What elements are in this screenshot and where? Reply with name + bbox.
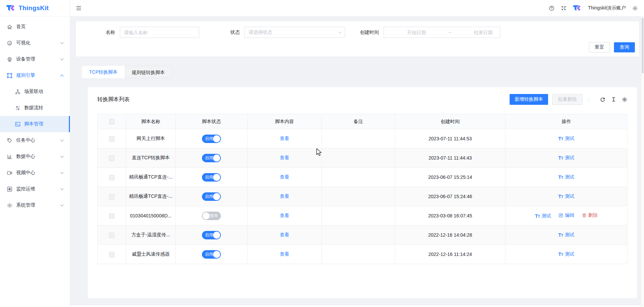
account-name[interactable]: Thingskit演示账户 [588, 5, 626, 11]
test-action[interactable]: 测试 [558, 155, 574, 161]
scrollbar[interactable] [641, 17, 644, 307]
select-all-checkbox[interactable] [109, 119, 114, 124]
status-select-placeholder: 请选择状态 [249, 29, 272, 36]
sidebar-item-label: 视频中心 [16, 170, 35, 176]
remark-cell [322, 245, 395, 264]
column-settings-gear-icon[interactable] [622, 97, 627, 102]
date-range-picker[interactable]: ~ [384, 27, 500, 38]
bar-chart-icon [7, 154, 12, 160]
sidebar-item-system-manage[interactable]: 系统管理 [0, 197, 70, 213]
sidebar-item-monitor-ops[interactable]: 监控运维 [0, 181, 70, 197]
table-row: 网关上行脚本 启用 查看 2023-07-11 11:44:53 测试 [98, 129, 627, 148]
remark-cell [322, 187, 395, 206]
created-time: 2023-07-11 11:44:43 [395, 148, 506, 168]
status-toggle[interactable]: 启用 [202, 173, 221, 182]
tab-tcp-script[interactable]: TCP转换脚本 [82, 66, 125, 78]
view-link[interactable]: 查看 [280, 155, 289, 160]
add-script-button[interactable]: 新增转换脚本 [510, 94, 548, 105]
sidebar-item-video-center[interactable]: 视频中心 [0, 165, 70, 181]
query-button[interactable]: 查询 [614, 42, 635, 52]
tab-rule-chain-script[interactable]: 规则链转换脚本 [125, 66, 172, 78]
row-checkbox[interactable] [109, 194, 114, 199]
device-icon [7, 56, 12, 62]
chevron-down-icon [338, 30, 342, 33]
reset-button[interactable]: 重置 [589, 42, 610, 52]
sidebar-item-label: 数据流转 [24, 105, 43, 111]
created-time-filter-label: 创建时间 [360, 29, 379, 36]
row-checkbox[interactable] [109, 175, 114, 180]
test-action[interactable]: 测试 [558, 251, 574, 257]
account-avatar[interactable] [573, 4, 582, 13]
status-toggle[interactable]: 启用 [202, 192, 221, 201]
test-action[interactable]: 测试 [558, 232, 574, 238]
sidebar-item-rule-engine[interactable]: 规则引擎 [0, 67, 70, 84]
sidebar-item-task-center[interactable]: 任务中心 [0, 132, 70, 148]
sidebar-collapse-icon[interactable] [76, 5, 82, 11]
row-checkbox[interactable] [109, 136, 114, 142]
refresh-icon[interactable] [600, 97, 606, 102]
sidebar-item-label: 监控运维 [16, 186, 35, 192]
view-link[interactable]: 查看 [280, 213, 289, 218]
brand-logo: ThingsKit [0, 0, 70, 17]
trash-icon [582, 213, 587, 218]
view-link[interactable]: 查看 [280, 136, 289, 141]
status-toggle[interactable]: 启用 [202, 250, 221, 259]
table-row: 威盟士风速传感器 启用 查看 2022-12-16 11:14:24 测试 [98, 245, 627, 264]
end-date-input[interactable] [453, 30, 514, 35]
status-toggle[interactable]: 启用 [202, 135, 221, 143]
gear-icon [7, 203, 12, 208]
scene-linkage-icon [15, 89, 21, 95]
scrollbar-thumb[interactable] [642, 18, 644, 73]
sidebar-item-label: 任务中心 [16, 137, 35, 143]
row-checkbox[interactable] [109, 213, 114, 219]
sidebar-item-home[interactable]: 首页 [0, 19, 70, 35]
table-row: 精讯畅通TCP直连-... 启用 查看 2023-06-07 15:24:46 … [98, 187, 627, 206]
test-action[interactable]: 测试 [558, 136, 574, 142]
batch-delete-button[interactable]: 批量删除 [552, 94, 583, 105]
sidebar-item-data-flow[interactable]: 数据流转 [0, 100, 70, 116]
view-link[interactable]: 查看 [280, 193, 289, 199]
row-checkbox[interactable] [109, 156, 114, 161]
sidebar-item-device[interactable]: 设备管理 [0, 51, 70, 67]
fullscreen-icon[interactable] [561, 5, 566, 11]
status-toggle[interactable]: 启用 [202, 231, 221, 239]
test-action[interactable]: 测试 [535, 213, 551, 219]
script-terminal-icon [15, 121, 21, 127]
sidebar-item-label: 脚本管理 [24, 121, 43, 127]
view-link[interactable]: 查看 [280, 232, 289, 237]
script-name: 精讯畅通TCP直连-... [126, 187, 176, 206]
status-toggle[interactable]: 禁用 [202, 212, 221, 220]
test-action[interactable]: 测试 [558, 193, 574, 199]
table-row: 直连TCP转换脚本 启用 查看 2023-07-11 11:44:43 测试 [98, 148, 627, 168]
sidebar: ThingsKit 首页 可视化 设备管理 规则引擎 场景联动 数据 [0, 0, 70, 307]
view-link[interactable]: 查看 [280, 251, 289, 257]
edit-action[interactable]: 编辑 [559, 212, 574, 218]
help-icon[interactable] [549, 5, 555, 11]
created-time: 2022-12-16 14:04:28 [395, 226, 506, 245]
sidebar-menu: 首页 可视化 设备管理 规则引擎 场景联动 数据流转 脚本管理 [0, 17, 70, 213]
status-toggle[interactable]: 启用 [202, 154, 221, 162]
name-filter-label: 名称 [106, 29, 115, 36]
test-icon [535, 214, 540, 218]
sidebar-item-data-center[interactable]: 数据中心 [0, 148, 70, 165]
status-filter-select[interactable]: 请选择状态 [244, 27, 345, 38]
name-filter-input[interactable] [120, 27, 199, 38]
view-link[interactable]: 查看 [280, 174, 289, 180]
script-name: 0103040150008D... [126, 206, 176, 226]
test-action[interactable]: 测试 [558, 174, 574, 180]
sidebar-item-label: 规则引擎 [16, 72, 35, 78]
settings-gear-icon[interactable] [632, 5, 638, 11]
row-checkbox[interactable] [109, 252, 114, 257]
list-title: 转换脚本列表 [97, 96, 130, 103]
sidebar-item-scene-linkage[interactable]: 场景联动 [0, 84, 70, 100]
test-icon [558, 233, 563, 237]
row-checkbox[interactable] [109, 233, 114, 238]
sidebar-item-label: 首页 [16, 24, 26, 30]
sidebar-item-visualization[interactable]: 可视化 [0, 35, 70, 51]
start-date-input[interactable] [386, 30, 447, 35]
row-height-icon[interactable] [611, 97, 616, 102]
tag-icon [7, 138, 12, 143]
rule-engine-icon [7, 73, 12, 78]
delete-action[interactable]: 删除 [582, 212, 598, 218]
sidebar-item-script-manage[interactable]: 脚本管理 [0, 116, 70, 132]
